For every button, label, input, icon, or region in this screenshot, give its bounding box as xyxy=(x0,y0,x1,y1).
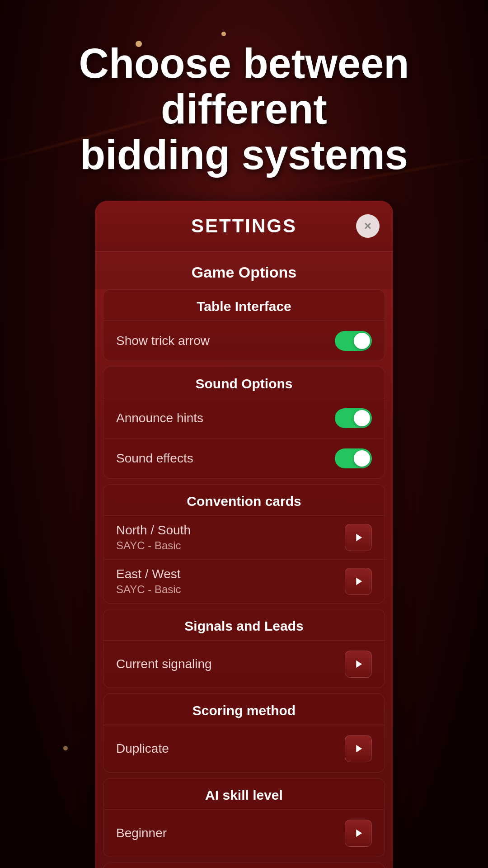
sound-effects-toggle[interactable] xyxy=(335,448,372,468)
signals-leads-header: Signals and Leads xyxy=(103,609,385,641)
north-south-value: SAYC - Basic xyxy=(116,539,191,552)
hero-line1: Choose between xyxy=(79,40,409,86)
svg-marker-1 xyxy=(356,577,362,585)
svg-marker-4 xyxy=(356,829,362,836)
hero-line2: different xyxy=(161,86,327,132)
announce-hints-label: Announce hints xyxy=(116,411,203,425)
ai-skill-level-group: AI skill level Beginner xyxy=(103,778,385,857)
svg-marker-3 xyxy=(356,745,362,752)
play-icon xyxy=(352,742,365,755)
hero-heading: Choose between different bidding systems xyxy=(0,0,488,201)
north-south-arrow-button[interactable] xyxy=(345,524,372,551)
east-west-label: East / West xyxy=(116,567,181,581)
convention-cards-group: Convention cards North / South SAYC - Ba… xyxy=(103,484,385,604)
ai-skill-arrow-button[interactable] xyxy=(345,820,372,847)
signals-leads-group: Signals and Leads Current signaling xyxy=(103,609,385,688)
svg-marker-2 xyxy=(356,660,362,667)
sound-options-group: Sound Options Announce hints Sound effec… xyxy=(103,367,385,479)
play-icon xyxy=(352,827,365,840)
show-trick-arrow-row: Show trick arrow xyxy=(103,321,385,361)
scoring-method-header: Scoring method xyxy=(103,694,385,725)
beginner-label: Beginner xyxy=(116,826,167,840)
show-trick-arrow-toggle[interactable] xyxy=(335,331,372,351)
duplicate-row: Duplicate xyxy=(103,725,385,772)
announce-hints-row: Announce hints xyxy=(103,398,385,439)
ai-skill-level-header: AI skill level xyxy=(103,778,385,810)
sound-effects-row: Sound effects xyxy=(103,439,385,478)
game-speed-header: Game speed xyxy=(103,863,385,868)
east-west-row: East / West SAYC - Basic xyxy=(103,560,385,603)
sound-options-header: Sound Options xyxy=(103,367,385,398)
game-options-label: Game Options xyxy=(95,252,393,289)
convention-cards-header: Convention cards xyxy=(103,485,385,516)
current-signaling-label: Current signaling xyxy=(116,657,212,671)
svg-marker-0 xyxy=(356,533,362,541)
north-south-label: North / South xyxy=(116,523,191,538)
game-speed-group: Game speed Call and card display delay xyxy=(103,863,385,868)
east-west-value: SAYC - Basic xyxy=(116,583,181,596)
scoring-method-group: Scoring method Duplicate xyxy=(103,693,385,773)
east-west-arrow-button[interactable] xyxy=(345,568,372,595)
current-signaling-row: Current signaling xyxy=(103,641,385,688)
duplicate-label: Duplicate xyxy=(116,741,169,756)
play-icon xyxy=(352,658,365,670)
hero-line3: bidding systems xyxy=(80,132,408,178)
close-button[interactable]: × xyxy=(356,214,380,238)
north-south-row: North / South SAYC - Basic xyxy=(103,516,385,560)
scoring-method-arrow-button[interactable] xyxy=(345,735,372,762)
announce-hints-toggle[interactable] xyxy=(335,408,372,428)
settings-header: SETTINGS × xyxy=(95,201,393,252)
close-icon: × xyxy=(364,219,371,233)
current-signaling-arrow-button[interactable] xyxy=(345,651,372,678)
sound-effects-label: Sound effects xyxy=(116,451,193,466)
table-interface-header: Table Interface xyxy=(103,290,385,321)
table-interface-group: Table Interface Show trick arrow xyxy=(103,289,385,361)
show-trick-arrow-label: Show trick arrow xyxy=(116,334,210,348)
settings-panel: SETTINGS × Game Options Table Interface … xyxy=(95,201,393,868)
play-icon xyxy=(352,531,365,544)
settings-title: SETTINGS xyxy=(191,215,297,237)
play-icon xyxy=(352,575,365,588)
beginner-row: Beginner xyxy=(103,810,385,857)
